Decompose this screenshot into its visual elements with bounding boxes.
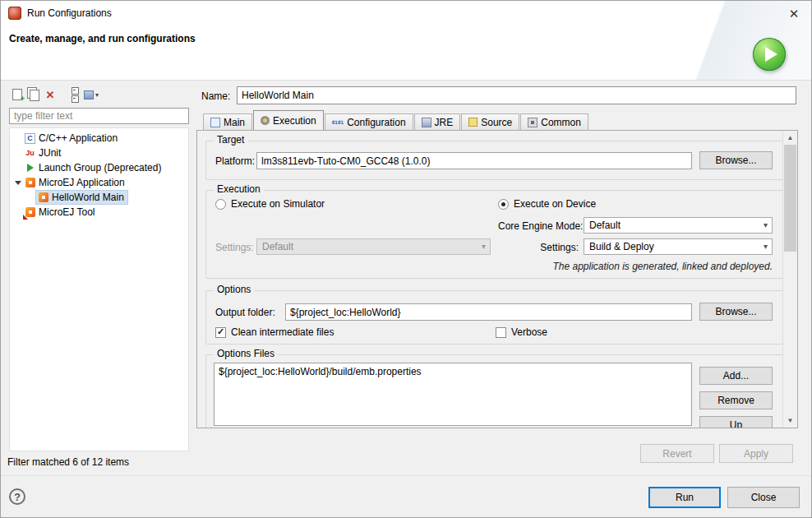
plus-icon: + xyxy=(21,96,25,102)
verbose-checkbox[interactable]: Verbose xyxy=(496,326,547,338)
tree-item-label: JUnit xyxy=(39,147,61,159)
platform-input[interactable] xyxy=(256,152,692,169)
c-application-icon: C xyxy=(25,133,35,144)
page-icon xyxy=(30,90,39,101)
execute-on-device-radio[interactable]: Execute on Device xyxy=(498,198,596,210)
junit-icon: Ju xyxy=(25,148,35,159)
red-x-icon: ✕ xyxy=(46,89,55,101)
tree-item-label: C/C++ Application xyxy=(39,132,118,144)
tab-label: Configuration xyxy=(347,117,405,128)
binary-icon: 0101 xyxy=(332,120,344,125)
checkbox-checked-icon xyxy=(215,327,226,338)
tab-label: Main xyxy=(224,117,245,128)
selected-tree-item[interactable]: HelloWorld Main xyxy=(36,191,127,204)
tab-label: JRE xyxy=(435,117,454,128)
device-settings-label: Settings: xyxy=(535,242,579,253)
tab-bar: Main Execution 0101 Configuration JRE So… xyxy=(203,111,589,130)
options-group-title: Options xyxy=(214,284,254,295)
tool-badge-icon xyxy=(23,215,28,220)
duplicate-configuration-icon[interactable] xyxy=(25,87,42,102)
add-button[interactable]: Add... xyxy=(699,367,773,385)
tree-item-cpp-application[interactable]: C C/C++ Application xyxy=(10,131,188,146)
tree-item-label: HelloWorld Main xyxy=(52,192,124,203)
header-banner: Run Configurations ✕ Create, manage, and… xyxy=(1,1,811,81)
tab-configuration[interactable]: 0101 Configuration xyxy=(325,113,413,130)
common-tab-icon xyxy=(528,118,537,127)
name-input[interactable] xyxy=(237,86,796,104)
tab-main[interactable]: Main xyxy=(203,113,252,130)
tree-item-junit[interactable]: Ju JUnit xyxy=(10,146,188,160)
radio-label: Execute on Simulator xyxy=(231,198,325,210)
tab-label: Source xyxy=(481,117,512,128)
close-button[interactable]: Close xyxy=(727,487,800,508)
main-tab-icon xyxy=(210,118,220,127)
core-engine-mode-label: Core Engine Mode: xyxy=(498,220,579,232)
tree-item-microej-tool[interactable]: MicroEJ Tool xyxy=(10,205,188,220)
microej-application-icon xyxy=(38,192,48,203)
scroll-down-icon[interactable]: ▼ xyxy=(783,414,797,428)
output-folder-input[interactable] xyxy=(285,303,692,321)
tree-item-microej-application[interactable]: MicroEJ Application xyxy=(10,175,188,190)
dialog-subtitle: Create, manage, and run configurations xyxy=(9,33,196,44)
gear-icon xyxy=(261,116,270,125)
source-tab-icon xyxy=(468,118,478,127)
filter-icon xyxy=(84,90,94,99)
tree-item-label: MicroEJ Tool xyxy=(39,206,95,218)
run-configurations-dialog: Run Configurations ✕ Create, manage, and… xyxy=(0,0,812,518)
up-button[interactable]: Up xyxy=(699,416,773,428)
output-folder-browse-button[interactable]: Browse... xyxy=(699,303,773,321)
tab-source[interactable]: Source xyxy=(461,113,519,130)
platform-browse-button[interactable]: Browse... xyxy=(699,151,773,169)
simulator-settings-select[interactable]: Default xyxy=(256,238,491,255)
name-label: Name: xyxy=(201,90,230,102)
close-icon[interactable]: ✕ xyxy=(785,5,803,23)
revert-button[interactable]: Revert xyxy=(640,444,714,463)
remove-button[interactable]: Remove xyxy=(699,391,773,409)
tree-item-helloworld-main[interactable]: HelloWorld Main xyxy=(10,190,188,205)
tree-item-label: Launch Group (Deprecated) xyxy=(39,162,161,173)
execution-tab-pane: Target Platform: Browse... Execution Exe… xyxy=(196,130,798,428)
filter-status-text: Filter matched 6 of 12 items xyxy=(7,456,129,468)
apply-button[interactable]: Apply xyxy=(719,444,793,463)
vertical-scrollbar[interactable]: ▲ ▼ xyxy=(782,131,797,428)
microej-application-icon xyxy=(25,178,35,188)
scrollbar-thumb[interactable] xyxy=(784,145,796,252)
tab-common[interactable]: Common xyxy=(520,113,588,130)
delete-configuration-icon[interactable]: ✕ xyxy=(42,87,58,102)
scroll-up-icon[interactable]: ▲ xyxy=(783,131,797,145)
core-engine-mode-select[interactable]: Default xyxy=(584,217,773,234)
tab-execution[interactable]: Execution xyxy=(253,110,324,130)
tree-item-label: MicroEJ Application xyxy=(39,177,125,188)
options-files-group-title: Options Files xyxy=(214,349,278,359)
platform-label: Platform: xyxy=(215,155,255,167)
filter-input[interactable] xyxy=(9,108,189,124)
checkbox-label: Verbose xyxy=(511,326,547,338)
microej-tool-icon xyxy=(25,207,35,218)
run-button[interactable]: Run xyxy=(648,487,721,508)
launch-group-icon xyxy=(25,163,35,173)
play-triangle-icon xyxy=(765,47,777,62)
clean-intermediate-files-checkbox[interactable]: Clean intermediate files xyxy=(215,326,334,338)
radio-label: Execute on Device xyxy=(514,198,596,210)
collapse-square-icon xyxy=(72,95,79,103)
footer-divider xyxy=(1,475,811,476)
options-files-list[interactable]: ${project_loc:HelloWorld}/build/emb.prop… xyxy=(214,363,692,426)
new-configuration-icon[interactable]: + xyxy=(9,87,25,102)
options-file-item[interactable]: ${project_loc:HelloWorld}/build/emb.prop… xyxy=(215,363,691,380)
device-settings-select[interactable]: Build & Deploy xyxy=(584,238,773,255)
tree-item-launch-group[interactable]: Launch Group (Deprecated) xyxy=(10,160,188,175)
window-title: Run Configurations xyxy=(27,7,112,19)
collapse-all-icon[interactable] xyxy=(67,87,83,102)
tab-label: Execution xyxy=(273,115,316,127)
execution-group-title: Execution xyxy=(214,184,264,195)
checkbox-label: Clean intermediate files xyxy=(231,326,334,338)
configurations-tree: C C/C++ Application Ju JUnit Launch Grou… xyxy=(9,127,189,451)
filter-launch-configurations-icon[interactable]: ▾ xyxy=(83,87,99,102)
configurations-toolbar: + ✕ ▾ xyxy=(9,86,99,103)
execute-on-simulator-radio[interactable]: Execute on Simulator xyxy=(215,198,325,210)
tab-jre[interactable]: JRE xyxy=(414,113,461,130)
simulator-settings-label: Settings: xyxy=(215,242,254,253)
help-icon[interactable]: ? xyxy=(9,488,25,505)
run-banner-play-icon xyxy=(753,38,786,71)
radio-icon xyxy=(215,199,226,210)
